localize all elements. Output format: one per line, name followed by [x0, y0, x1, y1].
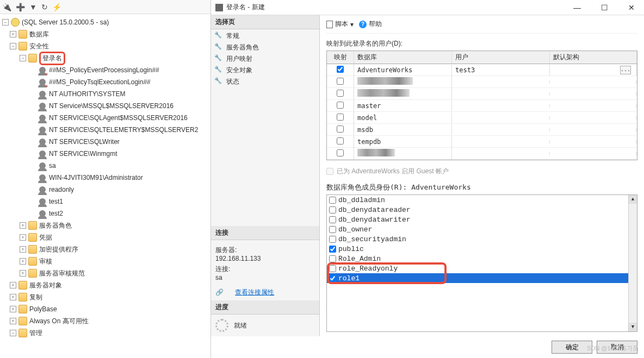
login-item[interactable]: ##MS_PolicyTsqlExecutionLogin##: [0, 76, 210, 88]
role-checkbox[interactable]: [329, 197, 336, 204]
tree-server-objects[interactable]: +服务器对象: [0, 279, 210, 291]
help-button[interactable]: ? 帮助: [359, 20, 382, 29]
role-checkbox[interactable]: [329, 226, 336, 233]
role-item[interactable]: db_owner: [327, 224, 628, 234]
page-item[interactable]: 状态: [211, 76, 319, 87]
role-checkbox[interactable]: [329, 255, 336, 262]
role-checkbox[interactable]: [329, 265, 336, 272]
tree-replication[interactable]: +复制: [0, 291, 210, 303]
tree-logins[interactable]: − 登录名: [0, 52, 210, 64]
map-checkbox[interactable]: [337, 78, 344, 85]
map-checkbox[interactable]: [337, 66, 344, 73]
tree-server-roles[interactable]: +服务器角色: [0, 219, 210, 231]
minimize-button[interactable]: —: [569, 3, 585, 12]
mapping-row[interactable]: [327, 88, 637, 100]
map-checkbox[interactable]: [337, 149, 344, 156]
filter-icon[interactable]: ▼: [29, 3, 37, 11]
close-button[interactable]: ✕: [623, 3, 640, 12]
mapping-label: 映射到此登录名的用户(D):: [326, 39, 637, 48]
scroll-up[interactable]: ▲: [629, 195, 637, 204]
role-checkbox[interactable]: [329, 236, 336, 243]
login-item[interactable]: NT Service\MSSQL$MSSQLSERVER2016: [0, 100, 210, 112]
watermark: SDN @1937练习员: [587, 344, 639, 353]
login-item[interactable]: NT SERVICE\SQLAgent$MSSQLSERVER2016: [0, 112, 210, 124]
server-node[interactable]: − (SQL Server 15.0.2000.5 - sa): [0, 16, 210, 28]
map-checkbox[interactable]: [337, 102, 344, 109]
page-item[interactable]: 安全对象: [211, 65, 319, 76]
role-item[interactable]: role1: [327, 273, 628, 283]
role-item[interactable]: db_denydatawriter: [327, 215, 628, 224]
expand-icon[interactable]: +: [10, 31, 16, 37]
view-connection-link[interactable]: 查看连接属性: [235, 288, 274, 297]
role-item[interactable]: public: [327, 244, 628, 254]
login-item[interactable]: NT SERVICE\Winmgmt: [0, 148, 210, 160]
page-item[interactable]: 用户映射: [211, 53, 319, 65]
login-item[interactable]: readonly: [0, 184, 210, 196]
role-item[interactable]: db_securityadmin: [327, 234, 628, 244]
login-item[interactable]: test2: [0, 208, 210, 219]
map-checkbox[interactable]: [337, 137, 344, 145]
mapping-row[interactable]: model: [327, 112, 637, 124]
expand-icon[interactable]: −: [10, 43, 16, 49]
tree-security[interactable]: − 安全性: [0, 40, 210, 52]
page-item[interactable]: 服务器角色: [211, 42, 319, 53]
map-checkbox[interactable]: [337, 125, 344, 133]
page-item[interactable]: 常规: [211, 30, 319, 42]
tree-audit[interactable]: +审核: [0, 255, 210, 267]
login-item[interactable]: NT SERVICE\SQLTELEMETRY$MSSQLSERVER2: [0, 124, 210, 136]
mapping-row[interactable]: master: [327, 100, 637, 112]
logins-highlight: 登录名: [39, 52, 65, 65]
chevron-down-icon: ▾: [350, 21, 354, 28]
role-checkbox[interactable]: [329, 246, 336, 253]
role-item[interactable]: Role_Admin: [327, 254, 628, 263]
login-icon: [39, 103, 46, 109]
login-item[interactable]: ##MS_PolicyEventProcessingLogin##: [0, 64, 210, 76]
map-checkbox[interactable]: [337, 90, 344, 97]
expand-icon[interactable]: −: [20, 55, 26, 61]
login-item[interactable]: sa: [0, 160, 210, 172]
login-item[interactable]: WIN-4JVITI30M91\Administrator: [0, 172, 210, 184]
login-icon: [39, 139, 46, 145]
toolbar-btn[interactable]: 🔌: [2, 3, 11, 11]
ok-button[interactable]: 确定: [552, 341, 592, 354]
mapping-row[interactable]: AdventureWorkstest3...: [327, 64, 637, 76]
mapping-row[interactable]: [327, 76, 637, 88]
login-item[interactable]: test1: [0, 196, 210, 208]
scrollbar[interactable]: ▲ ▼: [628, 195, 637, 331]
dialog-title: 登录名 - 新建: [226, 3, 265, 12]
roles-listbox[interactable]: db_ddladmindb_denydatareaderdb_denydataw…: [326, 194, 637, 332]
role-item[interactable]: db_denydatareader: [327, 205, 628, 215]
toolbar-btn[interactable]: ➕: [16, 3, 25, 11]
login-icon: [39, 198, 46, 205]
role-checkbox[interactable]: [329, 206, 336, 213]
folder-icon: [28, 233, 37, 242]
mapping-row[interactable]: msdb: [327, 124, 637, 136]
role-item[interactable]: role_Readyonly: [327, 263, 628, 273]
tree-management[interactable]: −管理: [0, 327, 210, 339]
login-item[interactable]: NT SERVICE\SQLWriter: [0, 136, 210, 148]
refresh-icon[interactable]: ↻: [41, 3, 48, 11]
pulse-icon[interactable]: ⚡: [52, 3, 61, 11]
login-item[interactable]: NT AUTHORITY\SYSTEM: [0, 88, 210, 100]
role-checkbox[interactable]: [329, 216, 336, 223]
browse-schema-button[interactable]: ...: [620, 66, 631, 74]
mapping-row[interactable]: [327, 148, 637, 160]
progress-status: 就绪: [211, 315, 319, 336]
content-toolbar: 脚本 ▾ ? 帮助: [326, 20, 637, 34]
maximize-button[interactable]: ☐: [596, 3, 612, 12]
tree-polybase[interactable]: +PolyBase: [0, 303, 210, 315]
progress-header: 进度: [211, 300, 319, 315]
role-item[interactable]: db_ddladmin: [327, 195, 628, 205]
tree-databases[interactable]: + 数据库: [0, 28, 210, 40]
mapping-row[interactable]: tempdb: [327, 136, 637, 148]
scroll-down[interactable]: ▼: [629, 323, 637, 331]
role-checkbox[interactable]: [329, 275, 336, 282]
tree-server-audit-spec[interactable]: +服务器审核规范: [0, 267, 210, 279]
tree-credentials[interactable]: +凭据: [0, 231, 210, 243]
tree-crypto[interactable]: +加密提供程序: [0, 243, 210, 255]
tree-always-on[interactable]: +Always On 高可用性: [0, 315, 210, 327]
object-explorer: 🔌 ➕ ▼ ↻ ⚡ − (SQL Server 15.0.2000.5 - sa…: [0, 0, 211, 358]
script-dropdown[interactable]: 脚本 ▾: [326, 20, 354, 29]
expand-icon[interactable]: −: [2, 19, 9, 26]
map-checkbox[interactable]: [337, 114, 344, 121]
